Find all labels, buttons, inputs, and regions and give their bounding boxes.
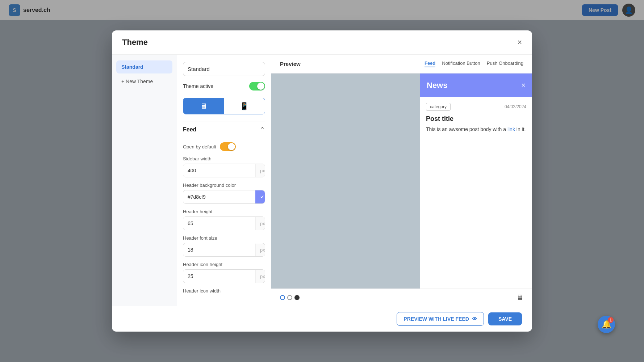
- preview-live-label: PREVIEW WITH LIVE FEED: [403, 316, 469, 322]
- header-icon-height-unit: px: [255, 270, 265, 283]
- header-height-input-row: px: [183, 216, 265, 230]
- sidebar-new-theme[interactable]: + New Theme: [116, 75, 172, 88]
- theme-sidebar: Standard + New Theme: [112, 55, 177, 306]
- preview-tabs: Feed Notification Button Push Onboarding: [425, 60, 523, 67]
- header-icon-width-field: Header icon width: [183, 288, 265, 294]
- notification-badge: 1: [608, 317, 614, 323]
- news-post-title: Post title: [426, 115, 526, 123]
- modal-footer: PREVIEW WITH LIVE FEED 👁 SAVE: [112, 306, 532, 332]
- header-height-unit: px: [255, 217, 265, 230]
- open-default-label: Open by default: [183, 144, 216, 150]
- theme-name-input[interactable]: [183, 62, 265, 76]
- header-icon-height-field: Header icon height px: [183, 262, 265, 283]
- header-font-size-field: Header font size px: [183, 235, 265, 257]
- news-title: News: [427, 81, 447, 90]
- dot-dark[interactable]: [294, 295, 300, 300]
- desktop-device-button[interactable]: 🖥: [183, 98, 224, 114]
- tab-feed[interactable]: Feed: [425, 60, 435, 67]
- news-category-badge: category: [426, 103, 451, 111]
- header-font-size-label: Header font size: [183, 235, 265, 241]
- news-close-button[interactable]: ×: [521, 81, 526, 89]
- sidebar-item-standard[interactable]: Standard: [116, 60, 172, 73]
- checkmark-icon: [259, 194, 265, 200]
- header-font-size-unit: px: [255, 244, 265, 256]
- open-default-row: Open by default: [183, 142, 265, 151]
- save-button[interactable]: SAVE: [488, 312, 522, 325]
- sidebar-width-field: Sidebar width px: [183, 156, 265, 177]
- tab-notification-button[interactable]: Notification Button: [442, 60, 480, 67]
- header-height-field: Header height px: [183, 209, 265, 230]
- news-date: 04/02/2024: [505, 104, 526, 109]
- header-height-input[interactable]: [183, 217, 255, 230]
- header-bg-color-input-row: [183, 190, 265, 204]
- news-body-link[interactable]: link: [507, 126, 515, 132]
- news-header: News ×: [420, 73, 532, 97]
- notification-bell[interactable]: 🔔 1: [598, 316, 615, 333]
- preview-desktop-icon[interactable]: 🖥: [516, 293, 523, 302]
- dot-outline[interactable]: [280, 295, 285, 300]
- eye-icon: 👁: [472, 316, 477, 322]
- sidebar-width-label: Sidebar width: [183, 156, 265, 161]
- header-icon-height-input[interactable]: [183, 270, 255, 283]
- device-toggle: 🖥 📱: [183, 98, 265, 114]
- header-font-size-input[interactable]: [183, 243, 255, 256]
- preview-header: Preview Feed Notification Button Push On…: [271, 55, 532, 73]
- sidebar-width-input[interactable]: [183, 164, 255, 177]
- news-meta: category 04/02/2024: [426, 103, 526, 111]
- news-body-start: This is an awsome post body with a: [426, 126, 507, 132]
- preview-content: News × category 04/02/2024 Post title Th…: [271, 73, 532, 289]
- theme-active-row: Theme active: [183, 82, 265, 90]
- news-body: category 04/02/2024 Post title This is a…: [420, 97, 532, 289]
- theme-modal: Theme × Standard + New Theme Theme activ…: [112, 30, 532, 332]
- feed-section-title: Feed: [183, 126, 196, 133]
- header-icon-width-label: Header icon width: [183, 288, 265, 294]
- header-bg-color-label: Header background color: [183, 182, 265, 188]
- sidebar-width-input-row: px: [183, 164, 265, 177]
- modal-close-button[interactable]: ×: [517, 38, 522, 46]
- mobile-device-button[interactable]: 📱: [224, 98, 265, 114]
- toggle-knob: [257, 83, 264, 90]
- feed-section-header: Feed ⌃: [183, 122, 265, 137]
- preview-dots: [280, 295, 300, 300]
- modal-overlay: Theme × Standard + New Theme Theme activ…: [0, 0, 644, 362]
- modal-body: Standard + New Theme Theme active 🖥 📱: [112, 55, 532, 306]
- preview-title: Preview: [280, 61, 301, 67]
- header-bg-color-field: Header background color: [183, 182, 265, 204]
- sidebar-width-unit: px: [255, 164, 265, 177]
- header-icon-height-input-row: px: [183, 269, 265, 283]
- preview-news-panel: News × category 04/02/2024 Post title Th…: [420, 73, 532, 289]
- theme-active-label: Theme active: [183, 83, 213, 89]
- header-icon-height-label: Header icon height: [183, 262, 265, 267]
- preview-panel: Preview Feed Notification Button Push On…: [271, 55, 532, 306]
- theme-active-toggle[interactable]: [249, 82, 265, 90]
- preview-footer: 🖥: [271, 289, 532, 306]
- header-height-label: Header height: [183, 209, 265, 214]
- modal-header: Theme ×: [112, 30, 532, 55]
- center-panel: Theme active 🖥 📱 Feed ⌃ Open by default: [177, 55, 271, 306]
- header-font-size-input-row: px: [183, 243, 265, 257]
- color-swatch-button[interactable]: [255, 190, 265, 203]
- tab-push-onboarding[interactable]: Push Onboarding: [487, 60, 523, 67]
- dot-gray[interactable]: [287, 295, 292, 300]
- modal-title: Theme: [122, 38, 148, 47]
- preview-live-button[interactable]: PREVIEW WITH LIVE FEED 👁: [397, 312, 484, 326]
- open-default-knob: [228, 143, 235, 150]
- open-default-toggle[interactable]: [220, 142, 236, 151]
- news-post-body: This is an awsome post body with a link …: [426, 126, 526, 133]
- feed-collapse-button[interactable]: ⌃: [260, 126, 265, 134]
- header-bg-color-input[interactable]: [183, 190, 255, 203]
- news-body-end: in it.: [515, 126, 526, 132]
